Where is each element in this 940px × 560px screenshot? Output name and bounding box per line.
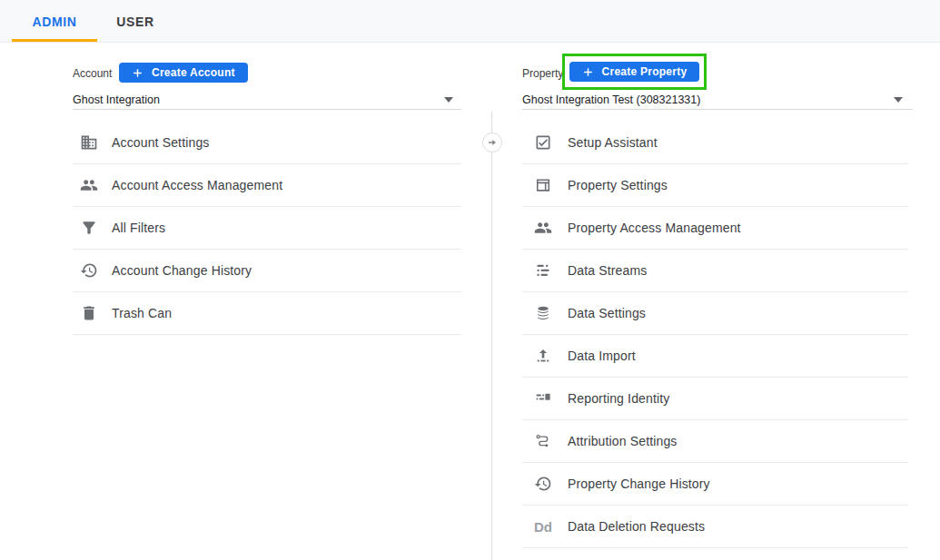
people-icon	[80, 176, 98, 194]
column-divider	[491, 112, 492, 560]
move-to-property-button[interactable]	[482, 133, 502, 152]
tab-user[interactable]: USER	[109, 0, 162, 43]
menu-item-attribution-settings[interactable]: Attribution Settings	[522, 420, 908, 463]
menu-item-property-access-management[interactable]: Property Access Management	[522, 207, 908, 250]
create-property-highlight-box: Create Property	[562, 54, 707, 90]
account-selector[interactable]: Ghost Integration	[73, 93, 160, 106]
menu-item-label: Data Streams	[568, 263, 647, 278]
account-selector-caret-icon[interactable]	[444, 97, 453, 103]
attribution-path-icon	[534, 432, 552, 450]
identity-card-icon	[534, 389, 552, 408]
menu-item-label: Attribution Settings	[568, 434, 678, 448]
menu-item-label: Property Access Management	[568, 221, 741, 235]
upload-icon	[534, 347, 552, 365]
streams-icon	[534, 261, 552, 280]
top-tab-bar: ADMIN USER	[0, 0, 940, 43]
window-layout-icon	[534, 176, 552, 194]
menu-item-label: All Filters	[112, 221, 165, 235]
menu-item-account-access-management[interactable]: Account Access Management	[73, 164, 461, 207]
create-account-button[interactable]: Create Account	[119, 63, 248, 83]
trash-icon	[80, 304, 98, 322]
people-icon	[534, 219, 552, 237]
tab-user-label: USER	[116, 15, 153, 29]
create-account-button-label: Create Account	[152, 66, 235, 79]
property-menu: Setup Assistant Property Settings Proper…	[522, 122, 908, 548]
database-icon	[534, 304, 552, 322]
account-menu: Account Settings Account Access Manageme…	[73, 122, 461, 335]
tab-admin[interactable]: ADMIN	[12, 0, 97, 43]
checkbox-check-icon	[534, 133, 552, 152]
menu-item-label: Account Change History	[112, 263, 252, 278]
menu-item-setup-assistant[interactable]: Setup Assistant	[522, 122, 908, 164]
plus-icon	[582, 66, 594, 78]
menu-item-label: Account Access Management	[112, 178, 282, 192]
plus-icon	[132, 67, 143, 79]
tab-admin-label: ADMIN	[33, 15, 77, 29]
menu-item-data-streams[interactable]: Data Streams	[522, 250, 908, 292]
menu-item-label: Account Settings	[112, 135, 209, 150]
property-selector[interactable]: Ghost Integration Test (308321331)	[522, 93, 700, 106]
menu-item-data-import[interactable]: Data Import	[522, 335, 908, 378]
dd-letters-icon: Dd	[534, 517, 552, 535]
property-section-label: Property	[522, 67, 563, 80]
building-icon	[80, 133, 98, 152]
property-selector-caret-icon[interactable]	[894, 97, 903, 103]
account-section-label: Account	[73, 67, 112, 80]
filter-icon	[80, 219, 98, 237]
menu-item-label: Setup Assistant	[568, 135, 658, 150]
history-icon	[80, 261, 98, 280]
active-tab-indicator	[12, 39, 97, 42]
menu-item-label: Data Settings	[568, 306, 646, 320]
menu-item-property-settings[interactable]: Property Settings	[522, 164, 908, 207]
menu-item-label: Property Settings	[568, 178, 668, 192]
menu-item-data-settings[interactable]: Data Settings	[522, 292, 908, 335]
history-icon	[534, 475, 552, 493]
menu-item-data-deletion-requests[interactable]: Dd Data Deletion Requests	[522, 506, 908, 548]
admin-page: ADMIN USER Account Create Account Ghost …	[0, 0, 940, 560]
menu-item-account-settings[interactable]: Account Settings	[73, 122, 461, 164]
menu-item-label: Property Change History	[568, 476, 710, 491]
menu-item-all-filters[interactable]: All Filters	[73, 207, 461, 250]
menu-item-label: Trash Can	[112, 306, 172, 320]
property-selector-underline	[522, 109, 913, 110]
menu-item-label: Data Import	[568, 349, 636, 363]
menu-item-property-change-history[interactable]: Property Change History	[522, 463, 908, 506]
create-property-button[interactable]: Create Property	[569, 62, 700, 82]
menu-item-account-change-history[interactable]: Account Change History	[73, 250, 461, 292]
menu-item-label: Data Deletion Requests	[568, 519, 705, 534]
create-property-button-label: Create Property	[602, 65, 688, 78]
menu-item-reporting-identity[interactable]: Reporting Identity	[522, 378, 908, 420]
arrow-right-icon	[487, 137, 498, 148]
menu-item-label: Reporting Identity	[568, 391, 669, 406]
menu-item-trash-can[interactable]: Trash Can	[73, 292, 461, 335]
account-selector-underline	[73, 109, 461, 110]
